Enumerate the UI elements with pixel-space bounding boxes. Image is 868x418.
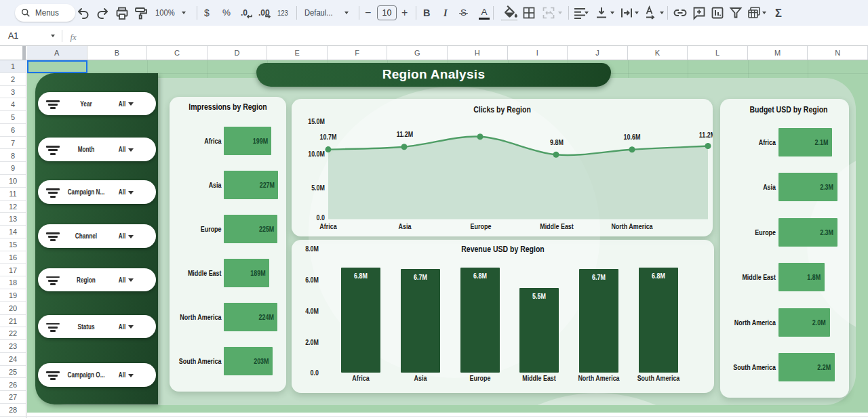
svg-text:fx: fx <box>70 33 77 42</box>
